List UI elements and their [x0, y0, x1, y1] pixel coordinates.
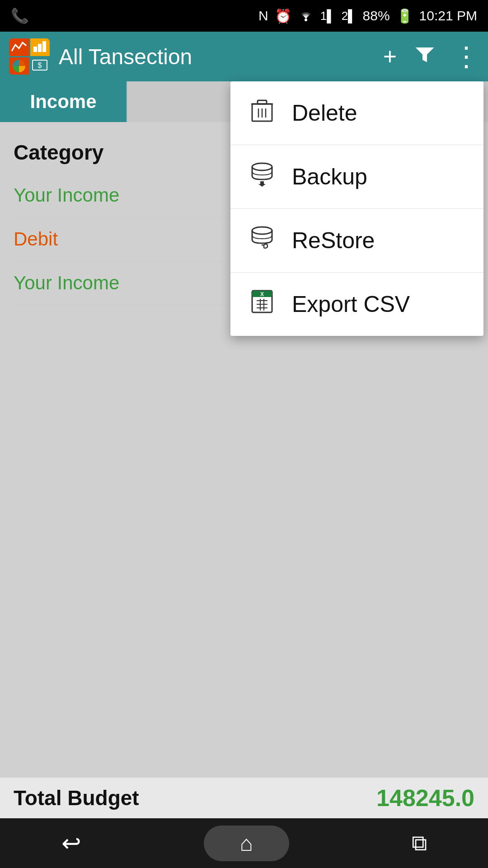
dropdown-overlay: Delete Backup	[0, 0, 488, 868]
export-csv-icon: X	[249, 289, 276, 320]
backup-icon	[249, 161, 276, 192]
restore-icon	[249, 225, 276, 256]
svg-point-14	[252, 227, 272, 234]
backup-label: Backup	[292, 164, 367, 190]
menu-item-delete[interactable]: Delete	[230, 81, 483, 145]
svg-rect-9	[258, 100, 267, 104]
menu-item-restore[interactable]: ReStore	[230, 209, 483, 273]
delete-label: Delete	[292, 100, 357, 126]
menu-item-export-csv[interactable]: X Export CSV	[230, 273, 483, 336]
menu-item-backup[interactable]: Backup	[230, 145, 483, 209]
dropdown-menu: Delete Backup	[230, 81, 483, 336]
restore-label: ReStore	[292, 227, 375, 254]
export-csv-label: Export CSV	[292, 291, 410, 317]
delete-icon	[249, 98, 276, 128]
svg-text:X: X	[260, 291, 264, 297]
svg-point-13	[252, 163, 272, 170]
